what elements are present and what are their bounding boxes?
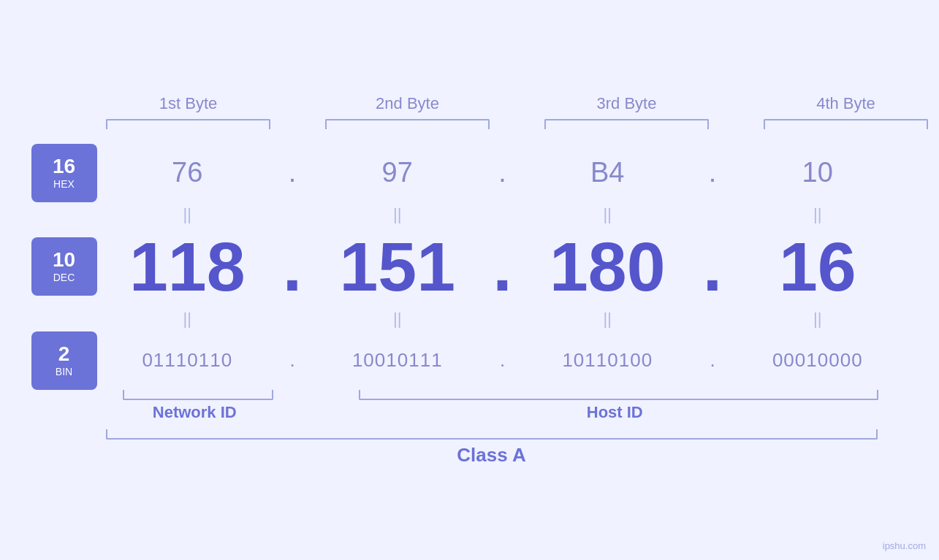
bin-dot-2: . — [488, 349, 517, 372]
equals-section-2: || || || || — [97, 307, 908, 331]
equals-1-3: || — [517, 202, 699, 227]
top-brackets — [79, 119, 940, 129]
bin-value-1: 01110110 — [97, 349, 278, 372]
bin-dot-1: . — [278, 349, 307, 372]
hex-value-3: B4 — [517, 157, 699, 188]
equals-2-1: || — [97, 307, 278, 331]
label-dot-spacer — [292, 403, 322, 422]
hex-dot-3: . — [698, 157, 727, 188]
bracket-top-4 — [764, 119, 928, 129]
bracket-cell-1 — [79, 119, 298, 129]
bracket-top-3 — [544, 119, 709, 129]
bottom-bracket-spacer — [31, 390, 97, 400]
main-container: 1st Byte 2nd Byte 3rd Byte 4th Byte 16 H… — [31, 94, 908, 467]
equals-row-2: || || || || — [31, 307, 908, 331]
equals-1-2: || — [307, 202, 488, 227]
dec-badge-label: DEC — [53, 272, 75, 283]
bracket-cell-2 — [298, 119, 517, 129]
byte-header-2: 2nd Byte — [298, 94, 517, 119]
dec-values-section: 118 . 151 . 180 . 16 — [97, 227, 908, 307]
equals-dot-1-2 — [488, 202, 517, 227]
hex-dot-2: . — [488, 157, 517, 188]
bin-badge: 2 BIN — [31, 331, 97, 390]
equals-1-4: || — [727, 202, 908, 227]
labels-row: Network ID Host ID — [31, 403, 908, 422]
equals-dot-2-2 — [488, 307, 517, 331]
bin-value-4: 00010000 — [727, 349, 908, 372]
class-bracket — [106, 429, 878, 440]
network-id-bracket — [123, 390, 273, 400]
bracket-top-2 — [325, 119, 490, 129]
bin-dot-3: . — [698, 349, 727, 372]
host-id-bracket — [359, 390, 878, 400]
bottom-brackets-row — [31, 390, 908, 400]
hex-badge-label: HEX — [53, 178, 75, 190]
equals-section-1: || || || || — [97, 202, 908, 227]
dec-value-2: 151 — [307, 227, 488, 307]
bracket-cell-3 — [517, 119, 737, 129]
bin-badge-number: 2 — [58, 344, 70, 364]
hex-badge: 16 HEX — [31, 144, 97, 202]
equals-row-1: || || || || — [31, 202, 908, 227]
equals-2-3: || — [517, 307, 699, 331]
dec-dot-2: . — [488, 227, 517, 307]
dec-value-3: 180 — [517, 227, 699, 307]
bin-badge-label: BIN — [56, 366, 72, 377]
bin-row: 2 BIN 01110110 . 10010111 . 10110100 . — [31, 331, 908, 390]
dec-badge: 10 DEC — [31, 237, 97, 296]
bin-value-3: 10110100 — [517, 349, 699, 372]
bin-values-section: 01110110 . 10010111 . 10110100 . 0001000… — [97, 349, 908, 372]
hex-row: 16 HEX 76 . 97 . B4 . 10 — [31, 144, 908, 202]
bottom-brackets-section — [97, 390, 908, 400]
byte-header-1: 1st Byte — [79, 94, 298, 119]
labels-section: Network ID Host ID — [97, 403, 908, 422]
equals-spacer-2 — [31, 307, 97, 331]
hex-badge-number: 16 — [53, 156, 75, 177]
dec-dot-3: . — [698, 227, 727, 307]
equals-dot-2-3 — [698, 307, 727, 331]
equals-2-4: || — [727, 307, 908, 331]
dec-row: 10 DEC 118 . 151 . 180 . 16 — [31, 227, 908, 307]
network-id-bracket-wrap — [97, 390, 300, 400]
hex-value-2: 97 — [307, 157, 488, 188]
dec-value-1: 118 — [97, 227, 278, 307]
host-id-bracket-wrap — [329, 390, 908, 400]
watermark: ipshu.com — [883, 540, 926, 551]
byte-headers: 1st Byte 2nd Byte 3rd Byte 4th Byte — [79, 94, 940, 119]
bracket-cell-4 — [737, 119, 940, 129]
byte-header-4: 4th Byte — [737, 94, 940, 119]
host-id-label: Host ID — [322, 403, 908, 422]
bracket-top-1 — [106, 119, 270, 129]
equals-dot-1-3 — [698, 202, 727, 227]
hex-values-section: 76 . 97 . B4 . 10 — [97, 157, 908, 188]
equals-2-2: || — [307, 307, 488, 331]
network-id-label: Network ID — [97, 403, 293, 422]
equals-dot-2-1 — [278, 307, 307, 331]
hex-value-4: 10 — [727, 157, 908, 188]
dec-dot-1: . — [278, 227, 307, 307]
hex-value-1: 76 — [97, 157, 278, 188]
dec-value-4: 16 — [727, 227, 908, 307]
hex-dot-1: . — [278, 157, 307, 188]
mid-dot-spacer — [300, 390, 329, 400]
class-row: Class A — [31, 429, 908, 467]
class-label: Class A — [457, 444, 525, 467]
bin-value-2: 10010111 — [307, 349, 488, 372]
byte-header-3: 3rd Byte — [517, 94, 737, 119]
labels-spacer — [31, 403, 97, 422]
equals-dot-1-1 — [278, 202, 307, 227]
equals-spacer-1 — [31, 202, 97, 227]
equals-1-1: || — [97, 202, 278, 227]
dec-badge-number: 10 — [53, 250, 75, 270]
